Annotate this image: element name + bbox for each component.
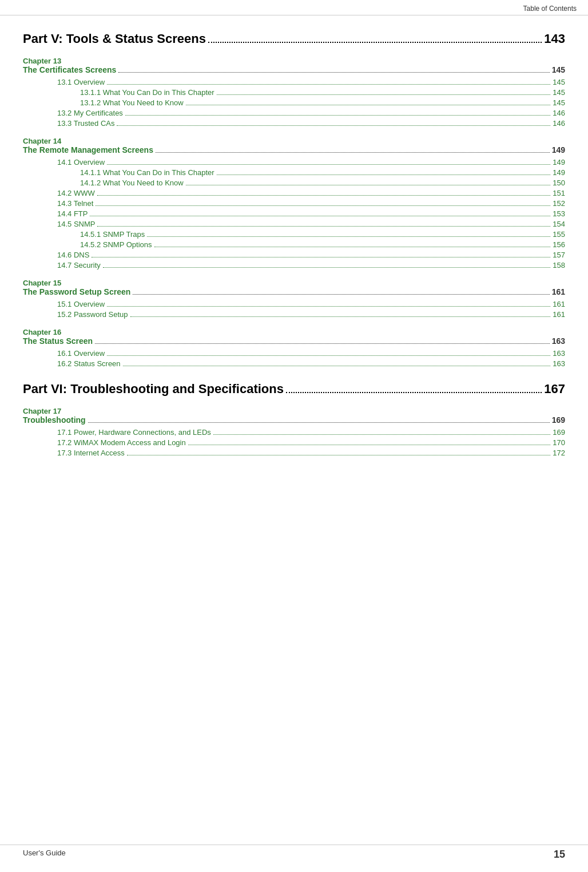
chapter-title-text: The Certificates Screens xyxy=(23,65,116,74)
toc-entry: 15.2 Password Setup 161 xyxy=(23,310,565,319)
chapter-title-row-0-3: The Status Screen 163 xyxy=(23,336,565,346)
entry-dots xyxy=(147,236,550,237)
toc-entry: 14.5.2 SNMP Options 156 xyxy=(23,240,565,249)
entry-page: 153 xyxy=(553,209,565,218)
entry-page: 170 xyxy=(553,438,565,447)
toc-entry: 13.1.1 What You Can Do in This Chapter 1… xyxy=(23,88,565,97)
entry-page: 146 xyxy=(553,119,565,128)
entry-dots xyxy=(92,257,550,257)
entry-page: 149 xyxy=(553,158,565,167)
entry-page: 145 xyxy=(553,98,565,107)
entry-text: 17.2 WiMAX Modem Access and Login xyxy=(57,438,186,447)
entry-dots xyxy=(123,366,551,366)
entry-dots xyxy=(107,306,550,307)
entry-text: 14.6 DNS xyxy=(57,251,89,259)
entry-text: 13.2 My Certificates xyxy=(57,109,123,117)
entry-text: 13.1 Overview xyxy=(57,78,105,86)
toc-entry: 14.2 WWW 151 xyxy=(23,189,565,197)
entry-dots xyxy=(188,445,551,445)
footer-left: User's Guide xyxy=(23,849,66,861)
chapter-title-page: 161 xyxy=(552,287,565,296)
part-page: 167 xyxy=(544,382,565,397)
entry-text: 15.1 Overview xyxy=(57,300,105,308)
toc-entry: 16.1 Overview 163 xyxy=(23,349,565,358)
entry-text: 14.5.2 SNMP Options xyxy=(80,240,152,249)
entry-dots xyxy=(97,226,550,227)
entry-dots xyxy=(127,455,551,455)
chapter-title-page: 145 xyxy=(552,65,565,74)
entry-dots xyxy=(107,84,550,85)
toc-entry: 17.3 Internet Access 172 xyxy=(23,449,565,457)
footer-right: 15 xyxy=(554,849,565,861)
entry-text: 14.7 Security xyxy=(57,261,101,269)
page-header: Table of Contents xyxy=(0,0,588,15)
entry-text: 14.5 SNMP xyxy=(57,220,95,228)
entry-page: 154 xyxy=(553,220,565,228)
entry-page: 161 xyxy=(553,300,565,308)
entry-dots xyxy=(103,267,550,268)
page-content: Part V: Tools & Status Screens 143 Chapt… xyxy=(0,15,588,487)
entry-dots xyxy=(90,216,550,216)
toc-entry: 14.1.1 What You Can Do in This Chapter 1… xyxy=(23,168,565,177)
toc-entry: 14.7 Security 158 xyxy=(23,261,565,269)
entry-text: 14.1.1 What You Can Do in This Chapter xyxy=(80,168,214,177)
chapter-title-dots xyxy=(88,422,550,423)
toc-entry: 14.5.1 SNMP Traps 155 xyxy=(23,230,565,239)
chapter-label-1-0: Chapter 17 xyxy=(23,407,565,415)
entry-dots xyxy=(125,115,550,116)
entry-dots xyxy=(217,94,551,95)
chapter-label-0-3: Chapter 16 xyxy=(23,328,565,336)
entry-dots xyxy=(96,205,550,206)
entry-page: 172 xyxy=(553,449,565,457)
entry-text: 16.2 Status Screen xyxy=(57,359,121,368)
entry-text: 14.1 Overview xyxy=(57,158,105,167)
entry-text: 13.1.1 What You Can Do in This Chapter xyxy=(80,88,214,97)
entry-text: 17.3 Internet Access xyxy=(57,449,125,457)
chapter-label-0-1: Chapter 14 xyxy=(23,137,565,145)
chapter-title-row-0-0: The Certificates Screens 145 xyxy=(23,65,565,74)
entry-dots xyxy=(213,434,550,435)
entry-text: 17.1 Power, Hardware Connections, and LE… xyxy=(57,428,211,437)
entry-text: 14.4 FTP xyxy=(57,209,88,218)
entry-dots xyxy=(186,105,551,105)
entry-dots xyxy=(107,164,550,165)
toc-entry: 17.2 WiMAX Modem Access and Login 170 xyxy=(23,438,565,447)
entry-page: 152 xyxy=(553,199,565,208)
chapter-title-page: 169 xyxy=(552,415,565,425)
entry-page: 150 xyxy=(553,179,565,187)
entry-page: 169 xyxy=(553,428,565,437)
entry-dots xyxy=(117,125,550,126)
chapter-label-0-0: Chapter 13 xyxy=(23,57,565,65)
entry-page: 158 xyxy=(553,261,565,269)
toc-entry: 14.6 DNS 157 xyxy=(23,251,565,259)
chapter-title-page: 149 xyxy=(552,145,565,154)
entry-dots xyxy=(217,175,551,175)
header-title: Table of Contents xyxy=(523,5,577,13)
toc-entry: 14.3 Telnet 152 xyxy=(23,199,565,208)
chapter-title-text: Troubleshooting xyxy=(23,415,86,425)
chapter-title-dots xyxy=(95,343,549,344)
chapter-label-0-2: Chapter 15 xyxy=(23,279,565,287)
chapter-title-text: The Password Setup Screen xyxy=(23,287,130,296)
chapter-title-dots xyxy=(156,152,550,153)
entry-text: 14.2 WWW xyxy=(57,189,95,197)
entry-dots xyxy=(186,185,551,185)
chapter-title-dots xyxy=(133,294,549,295)
toc-entry: 14.1 Overview 149 xyxy=(23,158,565,167)
chapter-title-text: The Status Screen xyxy=(23,336,93,346)
entry-page: 145 xyxy=(553,88,565,97)
chapter-title-dots xyxy=(118,72,549,73)
part-title-text: Part V: Tools & Status Screens xyxy=(23,31,206,46)
entry-page: 161 xyxy=(553,310,565,319)
entry-page: 151 xyxy=(553,189,565,197)
toc-entry: 15.1 Overview 161 xyxy=(23,300,565,308)
part-title-1: Part VI: Troubleshooting and Specificati… xyxy=(23,382,565,397)
entry-page: 146 xyxy=(553,109,565,117)
part-title-0: Part V: Tools & Status Screens 143 xyxy=(23,31,565,46)
toc-entry: 14.1.2 What You Need to Know 150 xyxy=(23,179,565,187)
entry-dots xyxy=(97,195,551,196)
entry-text: 14.5.1 SNMP Traps xyxy=(80,230,145,239)
chapter-title-row-0-2: The Password Setup Screen 161 xyxy=(23,287,565,296)
toc-entry: 14.4 FTP 153 xyxy=(23,209,565,218)
toc-entry: 14.5 SNMP 154 xyxy=(23,220,565,228)
